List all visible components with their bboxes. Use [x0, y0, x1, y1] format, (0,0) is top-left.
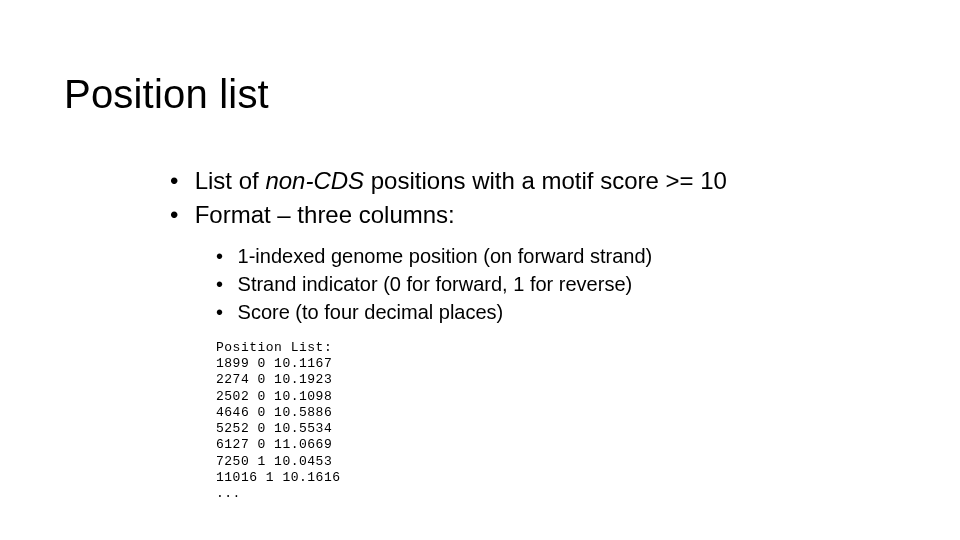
bullet-level1: • Format – three columns:: [170, 199, 900, 231]
page-title: Position list: [64, 72, 269, 117]
bullet-text: 1-indexed genome position (on forward st…: [238, 245, 653, 267]
bullet-text: positions with a motif score >= 10: [364, 167, 727, 194]
bullet-text: List of: [195, 167, 266, 194]
bullet-text: Format – three columns:: [195, 201, 455, 228]
bullet-dot-icon: •: [216, 242, 232, 270]
position-list-output: Position List: 1899 0 10.1167 2274 0 10.…: [216, 340, 900, 503]
bullet-dot-icon: •: [216, 298, 232, 326]
bullet-text: Strand indicator (0 for forward, 1 for r…: [238, 273, 633, 295]
slide: Position list • List of non-CDS position…: [0, 0, 960, 540]
bullet-dot-icon: •: [170, 199, 188, 231]
bullet-text: Score (to four decimal places): [238, 301, 504, 323]
bullet-sublist: • 1-indexed genome position (on forward …: [216, 242, 900, 326]
bullet-level2: • Score (to four decimal places): [216, 298, 900, 326]
bullet-em: non-CDS: [265, 167, 364, 194]
body-content: • List of non-CDS positions with a motif…: [170, 165, 900, 502]
bullet-level2: • 1-indexed genome position (on forward …: [216, 242, 900, 270]
bullet-dot-icon: •: [216, 270, 232, 298]
bullet-dot-icon: •: [170, 165, 188, 197]
bullet-level2: • Strand indicator (0 for forward, 1 for…: [216, 270, 900, 298]
bullet-level1: • List of non-CDS positions with a motif…: [170, 165, 900, 197]
